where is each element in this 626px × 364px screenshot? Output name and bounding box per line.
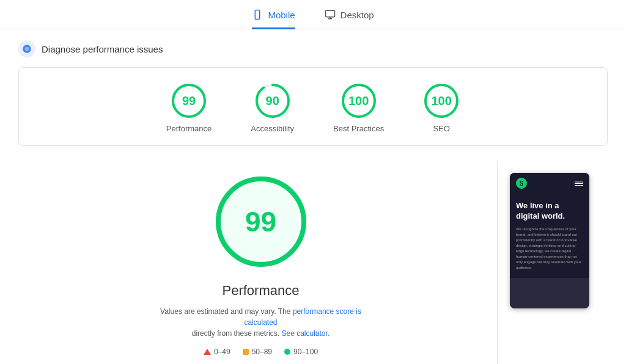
phone-logo: S: [516, 178, 527, 189]
legend-square-icon: [243, 349, 249, 355]
phone-body-text: We recognize the uniqueness of your bran…: [516, 227, 583, 271]
score-value-performance: 99: [182, 94, 196, 108]
legend-row: 0–49 50–89 90–100: [204, 348, 318, 356]
legend-dot-icon: [284, 349, 290, 355]
legend-label-high: 90–100: [293, 348, 318, 356]
score-value-seo: 100: [431, 94, 451, 108]
svg-point-6: [25, 47, 29, 51]
score-label-performance: Performance: [166, 124, 212, 133]
tab-desktop-label: Desktop: [341, 10, 374, 20]
score-label-seo: SEO: [433, 124, 449, 133]
performance-title: Performance: [223, 283, 300, 299]
phone-header: S: [510, 173, 589, 194]
scores-row: 99 Performance 90 Accessibility: [19, 82, 607, 133]
note-middle: directly from these metrics.: [192, 329, 279, 338]
note-link2[interactable]: See calculator.: [282, 329, 330, 338]
diagnose-row: Diagnose performance issues: [18, 40, 608, 57]
score-value-best-practices: 100: [348, 94, 369, 108]
score-label-accessibility: Accessibility: [251, 124, 294, 133]
performance-note: Values are estimated and may vary. The p…: [157, 306, 365, 339]
svg-rect-0: [256, 10, 260, 20]
legend-label-low: 0–49: [214, 348, 230, 356]
score-label-best-practices: Best Practices: [333, 124, 384, 133]
legend-label-medium: 50–89: [252, 348, 272, 356]
score-circle-performance: 99: [171, 82, 207, 119]
score-item-accessibility: 90 Accessibility: [251, 82, 294, 133]
tab-desktop[interactable]: Desktop: [325, 9, 374, 29]
score-circle-seo: 100: [423, 82, 460, 119]
phone-preview: S We live in a digital world. We recogni…: [510, 173, 589, 308]
performance-left: 99 Performance Values are estimated and …: [18, 161, 498, 364]
legend-item-high: 90–100: [284, 348, 318, 356]
mobile-icon: [252, 9, 263, 20]
desktop-icon: [325, 9, 336, 20]
legend-triangle-icon: [204, 349, 211, 355]
score-circle-accessibility: 90: [254, 82, 291, 119]
phone-bottom: [510, 278, 589, 308]
diagnose-icon: [18, 40, 35, 57]
score-circle-best-practices: 100: [341, 82, 377, 119]
score-value-accessibility: 90: [266, 94, 279, 108]
legend-item-medium: 50–89: [243, 348, 272, 356]
phone-menu-icon: [575, 181, 583, 186]
tab-bar: Mobile Desktop: [0, 0, 626, 29]
big-score-value: 99: [245, 205, 276, 238]
phone-body: We live in a digital world. We recognize…: [510, 194, 589, 278]
performance-right: S We live in a digital world. We recogni…: [498, 161, 608, 364]
svg-rect-2: [325, 10, 334, 17]
phone-headline: We live in a digital world.: [516, 201, 583, 222]
note-prefix: Values are estimated and may vary. The: [160, 307, 290, 316]
diagnose-title: Diagnose performance issues: [42, 44, 163, 54]
page-content: Diagnose performance issues 99 Performan…: [0, 40, 626, 364]
main-section: 99 Performance Values are estimated and …: [18, 161, 608, 364]
big-performance-circle: 99: [212, 173, 310, 271]
score-item-performance: 99 Performance: [166, 82, 212, 133]
score-item-best-practices: 100 Best Practices: [333, 82, 384, 133]
tab-mobile[interactable]: Mobile: [252, 9, 295, 29]
legend-item-low: 0–49: [204, 348, 230, 356]
tab-mobile-label: Mobile: [268, 10, 295, 20]
scores-card: 99 Performance 90 Accessibility: [18, 67, 608, 146]
score-item-seo: 100 SEO: [423, 82, 460, 133]
